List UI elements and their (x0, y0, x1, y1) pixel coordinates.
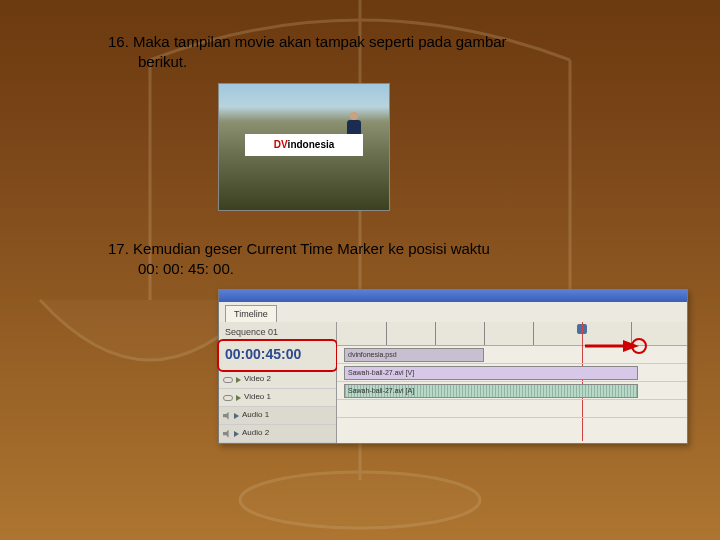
eye-icon[interactable] (223, 395, 233, 401)
sequence-tab[interactable]: Sequence 01 (219, 322, 336, 341)
expand-icon[interactable] (236, 395, 241, 401)
watermark-bar: DVindonesia (245, 134, 363, 156)
step-16-text: 16. Maka tampilan movie akan tampak sepe… (108, 32, 588, 73)
track-row-audio2[interactable] (337, 400, 687, 418)
speaker-icon[interactable] (223, 412, 231, 420)
track-header-video1[interactable]: Video 1 (219, 389, 336, 407)
timeline-track-area[interactable]: dvinfonesia.psd Sawah-bali-27.avi [V] Sa… (337, 322, 687, 443)
track-row-audio1[interactable]: Sawah-bali-27.avi [A] (337, 382, 687, 400)
timeline-window-tab: Timeline (225, 305, 277, 322)
clip-video[interactable]: Sawah-bali-27.avi [V] (344, 366, 638, 380)
track-header-audio2[interactable]: Audio 2 (219, 425, 336, 443)
timeline-track-header-column: Sequence 01 00:00:45:00 Video 2 Video 1 (219, 322, 337, 443)
expand-icon[interactable] (236, 377, 241, 383)
time-ruler[interactable] (337, 322, 687, 346)
track-label: Audio 1 (242, 410, 269, 421)
track-header-audio1[interactable]: Audio 1 (219, 407, 336, 425)
clip-title-psd[interactable]: dvinfonesia.psd (344, 348, 484, 362)
track-label: Audio 2 (242, 428, 269, 439)
watermark-suffix: indonesia (288, 138, 335, 152)
current-timecode-display[interactable]: 00:00:45:00 (219, 341, 336, 371)
watermark-prefix: DV (274, 138, 288, 152)
timeline-panel: Timeline Sequence 01 00:00:45:00 Video 2 (218, 289, 688, 444)
expand-icon[interactable] (234, 413, 239, 419)
track-label: Video 1 (244, 392, 271, 403)
track-label: Video 2 (244, 374, 271, 385)
movie-preview-image: DVindonesia (218, 83, 390, 211)
svg-point-3 (240, 472, 480, 528)
expand-icon[interactable] (234, 431, 239, 437)
timeline-titlebar (219, 290, 687, 302)
clip-audio[interactable]: Sawah-bali-27.avi [A] (344, 384, 638, 398)
track-row-video2[interactable]: dvinfonesia.psd (337, 346, 687, 364)
step-17-text: 17. Kemudian geser Current Time Marker k… (108, 239, 588, 280)
speaker-icon[interactable] (223, 430, 231, 438)
track-header-video2[interactable]: Video 2 (219, 371, 336, 389)
track-row-video1[interactable]: Sawah-bali-27.avi [V] (337, 364, 687, 382)
eye-icon[interactable] (223, 377, 233, 383)
